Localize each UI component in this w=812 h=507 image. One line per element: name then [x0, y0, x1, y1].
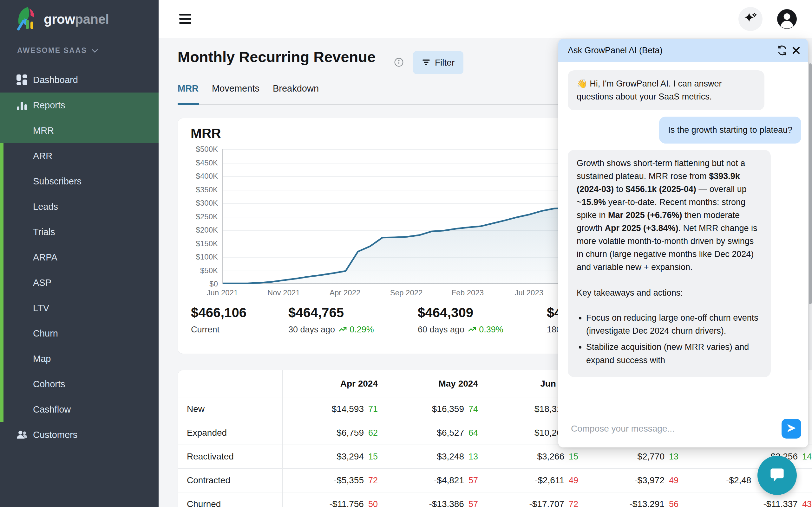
sidebar: growpanel AWESOME SAAS DashboardReportsM…: [0, 0, 159, 507]
tabline-active: [177, 103, 199, 105]
sidebar-item-map[interactable]: Map: [0, 346, 159, 372]
sidebar-nav: DashboardReportsMRRARRSubscribersLeadsTr…: [0, 67, 159, 447]
stat-label: 60 days ago: [418, 325, 464, 335]
cell-count: 14: [802, 452, 812, 462]
info-icon[interactable]: [394, 58, 403, 67]
reports-icon: [16, 100, 27, 111]
x-tick: Jul 2023: [514, 288, 543, 297]
y-tick: $0: [209, 279, 218, 288]
sidebar-item-trials[interactable]: Trials: [0, 219, 159, 245]
cell-amount: -$3,972: [635, 475, 664, 486]
sparkle-icon: [743, 11, 758, 27]
compose-input[interactable]: [571, 424, 781, 434]
table-cell: $3,26615: [478, 452, 578, 462]
sidebar-item-label: Reports: [33, 100, 65, 111]
sidebar-item-label: Map: [33, 354, 51, 364]
sidebar-item-reports[interactable]: Reports: [0, 93, 159, 118]
cell-amount: $6,527: [437, 428, 464, 438]
cell-amount: $3,266: [537, 452, 564, 462]
chat-bubble-icon: [767, 464, 788, 487]
table-cell: -$3,97249: [578, 475, 678, 486]
filter-button[interactable]: Filter: [413, 51, 463, 74]
cell-amount: $18,31: [535, 404, 562, 414]
tab-breakdown[interactable]: Breakdown: [273, 83, 319, 94]
chat-launcher-button[interactable]: [757, 456, 797, 495]
table-cell: $6,75962: [283, 428, 378, 438]
cell-amount: $3,294: [337, 452, 364, 462]
stat-30-days-ago: $464,76530 days ago0.29%: [288, 305, 374, 335]
cell-amount: $2,770: [637, 452, 664, 462]
cell-count: 50: [368, 499, 378, 507]
sidebar-item-cashflow[interactable]: Cashflow: [0, 397, 159, 422]
reports-group: ReportsMRRARRSubscribersLeadsTrialsARPAA…: [0, 93, 159, 422]
tab-mrr[interactable]: MRR: [177, 83, 199, 94]
cell-count: 57: [468, 499, 478, 507]
cell-amount: -$2,48: [726, 475, 751, 486]
filter-label: Filter: [435, 58, 455, 68]
sidebar-item-subscribers[interactable]: Subscribers: [0, 169, 159, 194]
table-cell: $3,24813: [378, 452, 478, 462]
cell-count: 57: [468, 475, 478, 486]
ai-assistant-button[interactable]: [739, 7, 763, 31]
close-icon[interactable]: [789, 43, 803, 57]
tabs: MRRMovementsBreakdown: [177, 83, 319, 94]
column-header: Apr 2024: [283, 379, 378, 389]
sidebar-item-arpa[interactable]: ARPA: [0, 245, 159, 270]
sidebar-item-label: Trials: [33, 227, 55, 237]
send-icon: [786, 423, 797, 435]
sidebar-item-leads[interactable]: Leads: [0, 194, 159, 219]
cell-count: 15: [569, 452, 578, 462]
table-cell: -$2,61149: [478, 475, 578, 486]
y-tick: $500K: [196, 145, 218, 154]
row-label: Reactivated: [178, 445, 283, 468]
sidebar-item-label: Cohorts: [33, 379, 65, 389]
sidebar-item-label: ASP: [33, 278, 51, 288]
table-cell: $6,52764: [378, 428, 478, 438]
y-tick: $100K: [196, 252, 218, 262]
cell-count: 43: [802, 499, 812, 507]
table-cell: -$17,70772: [478, 499, 578, 507]
sidebar-item-churn[interactable]: Churn: [0, 321, 159, 346]
table-row-contracted: Contracted-$5,35572-$4,82157-$2,61149-$3…: [178, 468, 812, 492]
compose-bar: [558, 410, 808, 447]
brand-name: growpanel: [44, 12, 109, 27]
stat-current: $466,106Current: [191, 305, 247, 335]
table-row-reactivated: Reactivated$3,29415$3,24813$3,26615$2,77…: [178, 445, 812, 468]
sidebar-item-cohorts[interactable]: Cohorts: [0, 372, 159, 397]
x-tick: Feb 2023: [452, 288, 484, 297]
ai-panel-header: Ask GrowPanel AI (Beta): [558, 39, 808, 62]
ai-panel-title: Ask GrowPanel AI (Beta): [568, 46, 663, 55]
table-cell: $3,29415: [283, 452, 378, 462]
cell-count: 13: [468, 452, 478, 462]
table-cell: $14,59371: [283, 404, 378, 414]
sidebar-item-label: ARPA: [33, 252, 57, 263]
sidebar-item-customers[interactable]: Customers: [0, 422, 159, 447]
sidebar-item-label: Cashflow: [33, 404, 71, 415]
sidebar-item-label: Customers: [33, 430, 78, 440]
topbar: [159, 0, 812, 38]
sidebar-item-dashboard[interactable]: Dashboard: [0, 67, 159, 93]
table-cell: -$13,38657: [378, 499, 478, 507]
x-tick: Nov 2021: [267, 288, 300, 297]
sidebar-item-ltv[interactable]: LTV: [0, 295, 159, 321]
menu-icon[interactable]: [179, 14, 191, 24]
row-label: Contracted: [178, 469, 283, 492]
send-button[interactable]: [781, 419, 801, 439]
user-message: Is the growth starting to plateau?: [659, 117, 801, 144]
logo: growpanel: [16, 6, 109, 32]
cell-amount: -$2,611: [535, 475, 564, 486]
scrollbar[interactable]: [809, 63, 812, 304]
stat-value: $464,309: [418, 305, 503, 320]
cell-amount: -$11,337: [763, 499, 798, 507]
cell-count: 13: [669, 452, 678, 462]
sidebar-item-arr[interactable]: ARR: [0, 143, 159, 169]
avatar[interactable]: [777, 9, 797, 29]
cell-amount: $10,26: [535, 428, 562, 438]
cell-count: 72: [368, 475, 378, 486]
row-label: Churned: [178, 493, 283, 507]
workspace-selector[interactable]: AWESOME SAAS: [17, 46, 98, 55]
tab-movements[interactable]: Movements: [212, 83, 259, 94]
sidebar-item-asp[interactable]: ASP: [0, 270, 159, 295]
sidebar-item-mrr[interactable]: MRR: [0, 118, 159, 143]
refresh-icon[interactable]: [775, 43, 789, 57]
